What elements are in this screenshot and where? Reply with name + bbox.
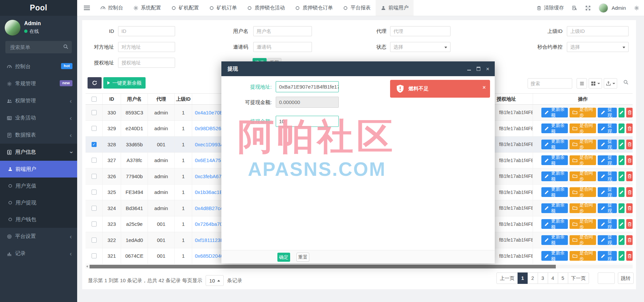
edit-button[interactable] bbox=[619, 171, 625, 181]
next-page-button[interactable]: 下一页 bbox=[568, 272, 589, 284]
row-checkbox[interactable] bbox=[92, 126, 97, 131]
tab-质押锁仓活动[interactable]: 质押锁仓活动 bbox=[242, 0, 290, 16]
tab-前端用户[interactable]: 前端用户 bbox=[376, 0, 414, 16]
page-jump-input[interactable] bbox=[598, 272, 615, 284]
row-checkbox[interactable] bbox=[92, 158, 97, 163]
delete-button[interactable] bbox=[626, 171, 633, 181]
sync-button[interactable]: 是否同步 bbox=[570, 108, 596, 117]
sidebar-search-input[interactable] bbox=[9, 41, 61, 53]
sidebar-item-平台设置[interactable]: 平台设置‹ bbox=[0, 228, 77, 245]
prev-page-button[interactable]: 上一页 bbox=[496, 272, 518, 284]
sync-button[interactable]: 是否同步 bbox=[570, 171, 596, 181]
row-checkbox[interactable] bbox=[92, 221, 97, 226]
minimize-icon[interactable] bbox=[467, 70, 471, 70]
withdraw-address-input[interactable]: 0xBa71E907e71B4fB1fe17ab1f4FBE bbox=[276, 81, 339, 92]
select-all-checkbox[interactable] bbox=[92, 97, 97, 102]
edit-button[interactable] bbox=[619, 235, 625, 245]
sidebar-item-常规管理[interactable]: 常规管理new bbox=[0, 75, 77, 92]
column-header-代理[interactable]: 代理 bbox=[148, 94, 174, 104]
row-checkbox[interactable] bbox=[92, 253, 97, 258]
row-checkbox[interactable] bbox=[92, 110, 97, 115]
column-header-上级ID[interactable]: 上级ID bbox=[174, 94, 192, 104]
scrollbar-thumb[interactable] bbox=[90, 265, 556, 268]
withdraw-button[interactable]: 提现 bbox=[598, 251, 616, 261]
withdraw-button[interactable]: 提现 bbox=[598, 155, 616, 165]
filter-input-授权地址[interactable]: 授权地址 bbox=[118, 58, 175, 68]
filter-input-代理[interactable]: 代理 bbox=[390, 26, 450, 36]
delete-button[interactable] bbox=[626, 108, 633, 117]
confirm-button[interactable]: 确定 bbox=[277, 253, 290, 262]
page-button-4[interactable]: 4 bbox=[548, 272, 558, 284]
topbar-username[interactable]: Admin bbox=[611, 5, 626, 11]
delete-button[interactable] bbox=[626, 187, 633, 197]
update-balance-button[interactable]: 更新余额 bbox=[541, 187, 568, 197]
sidebar-item-用户钱包[interactable]: 用户钱包 bbox=[0, 211, 77, 228]
sync-button[interactable]: 是否同步 bbox=[570, 219, 596, 229]
delete-button[interactable] bbox=[626, 203, 633, 213]
withdraw-button[interactable]: 提现 bbox=[598, 123, 616, 133]
sidebar-item-记录[interactable]: 记录‹ bbox=[0, 245, 77, 262]
edit-button[interactable] bbox=[619, 219, 625, 229]
sync-button[interactable]: 是否同步 bbox=[570, 235, 596, 245]
delete-button[interactable] bbox=[626, 251, 633, 261]
scroll-left-icon[interactable] bbox=[86, 265, 88, 267]
delete-button[interactable] bbox=[626, 140, 633, 149]
tab-控制台[interactable]: 控制台 bbox=[95, 0, 128, 16]
withdraw-button[interactable]: 提现 bbox=[598, 187, 616, 197]
translate-icon[interactable] bbox=[572, 5, 577, 11]
sidebar-item-控制台[interactable]: 控制台hot bbox=[0, 58, 77, 75]
withdraw-button[interactable]: 提现 bbox=[598, 219, 616, 229]
close-icon[interactable]: × bbox=[483, 85, 486, 91]
sidebar-item-业务活动[interactable]: 业务活动‹ bbox=[0, 109, 77, 127]
row-checkbox[interactable] bbox=[92, 238, 97, 243]
edit-button[interactable] bbox=[619, 187, 625, 197]
clear-cache-button[interactable]: 清除缓存 bbox=[536, 5, 564, 11]
column-header-用户名[interactable]: 用户名 bbox=[121, 94, 148, 104]
withdraw-button[interactable]: 提现 bbox=[598, 140, 616, 149]
table-search-input[interactable] bbox=[528, 78, 572, 89]
filter-input-对方地址[interactable]: 对方地址 bbox=[118, 42, 175, 52]
columns-button[interactable] bbox=[589, 78, 602, 89]
gear-icon[interactable] bbox=[634, 5, 639, 11]
update-balance-button[interactable]: 更新余额 bbox=[541, 155, 568, 165]
delete-button[interactable] bbox=[626, 155, 633, 165]
edit-button[interactable] bbox=[619, 140, 625, 149]
column-header-ID[interactable]: ID bbox=[102, 94, 121, 104]
tab-矿机配置[interactable]: 矿机配置 bbox=[166, 0, 204, 16]
sidebar-item-用户充值[interactable]: 用户充值 bbox=[0, 178, 77, 194]
withdraw-button[interactable]: 提现 bbox=[598, 235, 616, 245]
filter-input-ID[interactable]: ID bbox=[118, 26, 175, 36]
page-button-5[interactable]: 5 bbox=[558, 272, 568, 284]
row-checkbox[interactable] bbox=[92, 206, 97, 211]
edit-button[interactable] bbox=[619, 108, 625, 117]
tab-质押锁仓订单[interactable]: 质押锁仓订单 bbox=[290, 0, 338, 16]
modal-reset-button[interactable]: 重置 bbox=[297, 253, 309, 262]
filter-input-邀请码[interactable]: 邀请码 bbox=[253, 42, 312, 52]
sidebar-item-用户提现[interactable]: 用户提现 bbox=[0, 194, 77, 211]
update-balance-button[interactable]: 更新余额 bbox=[541, 171, 568, 181]
delete-button[interactable] bbox=[626, 219, 633, 229]
row-checkbox[interactable]: ✓ bbox=[92, 142, 97, 147]
batch-update-balance-button[interactable]: 一键更新余额 bbox=[103, 77, 146, 89]
column-header-操作[interactable]: 操作 bbox=[533, 94, 633, 104]
fullscreen-icon[interactable] bbox=[585, 5, 591, 11]
sync-button[interactable]: 是否同步 bbox=[570, 123, 596, 133]
update-balance-button[interactable]: 更新余额 bbox=[541, 123, 568, 133]
page-jump-button[interactable]: 跳转 bbox=[618, 272, 634, 284]
filter-input-用户名[interactable]: 用户名 bbox=[253, 26, 312, 36]
row-checkbox[interactable] bbox=[92, 174, 97, 179]
update-balance-button[interactable]: 更新余额 bbox=[541, 251, 568, 261]
withdraw-button[interactable]: 提现 bbox=[598, 171, 616, 181]
refresh-button[interactable] bbox=[88, 77, 102, 89]
search-icon[interactable] bbox=[63, 44, 68, 49]
export-button[interactable] bbox=[604, 78, 617, 89]
page-button-2[interactable]: 2 bbox=[528, 272, 538, 284]
sync-button[interactable]: 是否同步 bbox=[570, 251, 596, 261]
delete-button[interactable] bbox=[626, 235, 633, 245]
sidebar-item-前端用户[interactable]: 前端用户 bbox=[0, 161, 77, 178]
tab-平台报表[interactable]: 平台报表 bbox=[338, 0, 376, 16]
update-balance-button[interactable]: 更新余额 bbox=[541, 203, 568, 213]
edit-button[interactable] bbox=[619, 203, 625, 213]
withdraw-amount-input[interactable]: 10 bbox=[276, 116, 339, 127]
toggle-view-button[interactable] bbox=[577, 78, 587, 89]
